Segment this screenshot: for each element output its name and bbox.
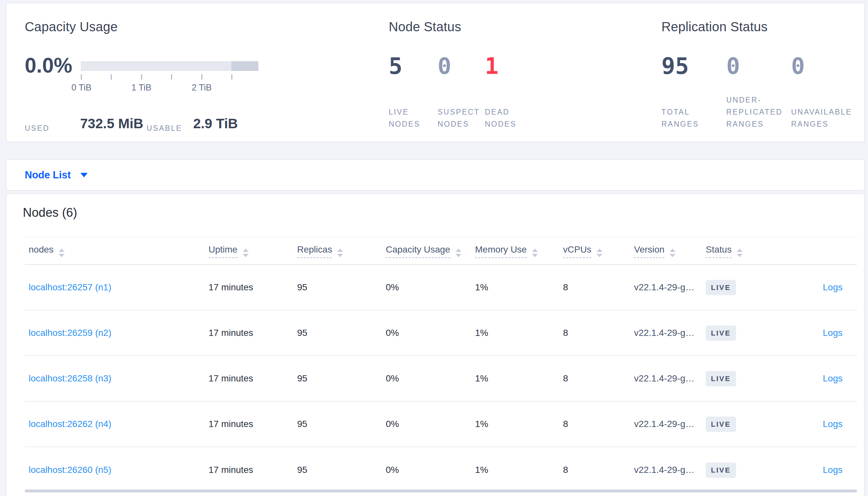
capacity-usage-cell: 0% [385, 328, 474, 338]
chevron-down-icon [80, 173, 88, 177]
logs-cell: Logs [792, 282, 857, 293]
memory-use-cell: 1% [474, 282, 562, 293]
column-header-replicas[interactable]: Replicas [296, 244, 385, 257]
column-header-capacity-usage[interactable]: Capacity Usage [385, 244, 474, 257]
version-cell: v22.1.4-29-g… [633, 282, 704, 293]
vcpus-cell: 8 [562, 465, 633, 475]
logs-link[interactable]: Logs [823, 328, 842, 338]
status-badge: LIVE [706, 463, 736, 478]
axis-tick [171, 74, 172, 80]
sort-icon [532, 249, 538, 257]
nodes-table: nodes Uptime Replicas Capacity Usage Mem… [25, 237, 857, 493]
logs-cell: Logs [792, 465, 857, 475]
column-header-memory-use[interactable]: Memory Use [474, 244, 562, 257]
logs-link[interactable]: Logs [823, 465, 842, 475]
under-replicated-label: UNDER- REPLICATED RANGES [726, 94, 783, 130]
live-nodes-stat: 5 LIVE NODES [389, 52, 438, 130]
horizontal-scrollbar[interactable] [25, 490, 857, 492]
status-cell: LIVE [704, 371, 792, 386]
sort-icon [59, 249, 64, 257]
status-cell: LIVE [704, 417, 792, 432]
capacity-usage-cell: 0% [385, 373, 474, 384]
logs-cell: Logs [792, 419, 857, 429]
memory-use-cell: 1% [474, 419, 562, 429]
capacity-gauge-usable-segment [81, 61, 231, 71]
node-address-cell: localhost:26262 (n4) [25, 419, 207, 429]
vcpus-cell: 8 [562, 419, 633, 429]
unavailable-ranges-stat: 0 UNAVAILABLE RANGES [791, 52, 863, 130]
dead-nodes-label: DEAD NODES [485, 106, 517, 130]
vcpus-cell: 8 [562, 328, 633, 338]
uptime-cell: 17 minutes [207, 373, 296, 384]
uptime-cell: 17 minutes [207, 465, 296, 475]
under-replicated-stat: 0 UNDER- REPLICATED RANGES [726, 52, 791, 130]
axis-tick-label: 0 TiB [71, 83, 92, 93]
vcpus-cell: 8 [562, 373, 633, 384]
column-header-vcpus[interactable]: vCPUs [562, 244, 633, 257]
axis-tick [231, 74, 232, 80]
cluster-summary-card: Capacity Usage 0.0% 0 TiB 1 TiB 2 TiB US… [6, 3, 865, 142]
used-value: 732.5 MiB [80, 116, 144, 131]
uptime-cell: 17 minutes [207, 282, 296, 293]
version-cell: v22.1.4-29-g… [633, 373, 704, 384]
table-row: localhost:26258 (n3) 17 minutes 95 0% 1%… [25, 356, 857, 402]
status-badge: LIVE [706, 280, 736, 295]
node-address-link[interactable]: localhost:26258 (n3) [29, 373, 111, 383]
logs-link[interactable]: Logs [823, 282, 842, 292]
status-cell: LIVE [704, 325, 792, 341]
node-address-link[interactable]: localhost:26257 (n1) [29, 282, 111, 292]
node-address-link[interactable]: localhost:26262 (n4) [29, 419, 111, 429]
usable-label: USABLE [147, 122, 182, 135]
capacity-usage-cell: 0% [385, 419, 474, 429]
usable-value: 2.9 TiB [193, 116, 238, 131]
version-cell: v22.1.4-29-g… [633, 419, 704, 429]
suspect-nodes-count: 0 [438, 55, 451, 77]
sort-icon [337, 249, 343, 257]
sort-icon [597, 249, 602, 257]
memory-use-cell: 1% [474, 373, 562, 384]
sort-icon [243, 249, 249, 257]
column-header-status[interactable]: Status [704, 244, 792, 257]
under-replicated-count: 0 [726, 55, 740, 77]
status-badge: LIVE [706, 325, 736, 341]
unavailable-ranges-label: UNAVAILABLE RANGES [791, 106, 852, 130]
axis-tick [201, 74, 202, 80]
axis-tick [81, 74, 82, 80]
node-address-link[interactable]: localhost:26259 (n2) [29, 328, 111, 338]
unavailable-ranges-count: 0 [791, 55, 805, 77]
logs-link[interactable]: Logs [823, 419, 842, 429]
dead-nodes-stat: 1 DEAD NODES [485, 52, 540, 130]
dead-nodes-count: 1 [485, 55, 498, 77]
capacity-usage-cell: 0% [385, 465, 474, 475]
node-list-dropdown-label: Node List [25, 169, 71, 181]
axis-tick-label: 1 TiB [131, 83, 151, 93]
nodes-table-header: nodes Uptime Replicas Capacity Usage Mem… [25, 237, 857, 265]
used-label: USED [25, 122, 49, 135]
logs-link[interactable]: Logs [823, 373, 842, 383]
replicas-cell: 95 [296, 373, 385, 384]
total-ranges-stat: 95 TOTAL RANGES [661, 52, 726, 130]
status-badge: LIVE [706, 417, 736, 432]
logs-cell: Logs [792, 373, 857, 384]
node-address-link[interactable]: localhost:26260 (n5) [29, 465, 111, 475]
live-nodes-label: LIVE NODES [389, 106, 420, 130]
node-address-cell: localhost:26258 (n3) [25, 373, 207, 384]
vcpus-cell: 8 [562, 282, 633, 293]
suspect-nodes-stat: 0 SUSPECT NODES [438, 52, 485, 130]
replicas-cell: 95 [296, 282, 385, 293]
node-status-title: Node Status [389, 19, 461, 34]
node-list-dropdown[interactable]: Node List [25, 169, 88, 181]
column-header-nodes[interactable]: nodes [25, 244, 207, 257]
logs-cell: Logs [792, 328, 857, 338]
capacity-usage-title: Capacity Usage [25, 19, 118, 34]
capacity-gauge-bar [81, 61, 258, 71]
status-cell: LIVE [704, 280, 792, 295]
capacity-gauge-extra-segment [231, 61, 258, 71]
replication-status-title: Replication Status [661, 19, 768, 34]
column-header-version[interactable]: Version [633, 244, 704, 257]
node-address-cell: localhost:26259 (n2) [25, 328, 207, 338]
column-header-uptime[interactable]: Uptime [207, 244, 296, 257]
node-status-stats: 5 LIVE NODES 0 SUSPECT NODES 1 DEAD NODE… [389, 52, 540, 130]
nodes-table-body: localhost:26257 (n1) 17 minutes 95 0% 1%… [25, 265, 857, 493]
table-row: localhost:26259 (n2) 17 minutes 95 0% 1%… [25, 310, 857, 356]
